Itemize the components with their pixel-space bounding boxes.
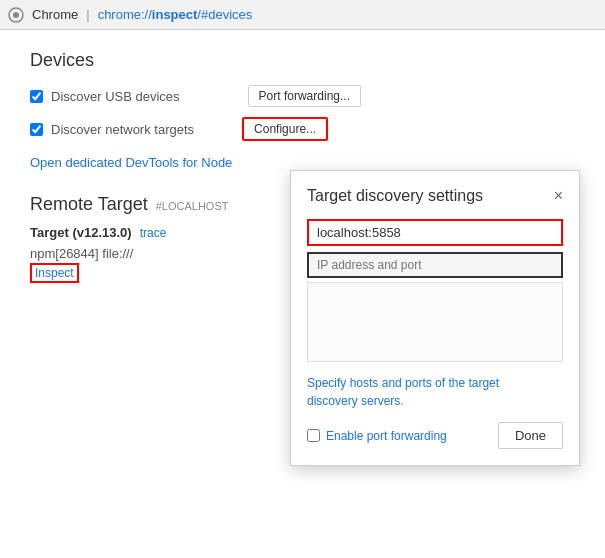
- inspect-link[interactable]: Inspect: [30, 263, 79, 283]
- url-prefix: chrome://: [98, 7, 152, 22]
- dialog-title: Target discovery settings: [307, 187, 483, 205]
- browser-bar: Chrome | chrome://inspect/#devices: [0, 0, 605, 30]
- npm-text: npm[26844] file:///: [30, 246, 133, 261]
- discover-network-row: Discover network targets Configure...: [30, 117, 575, 141]
- hosts-list-area: [307, 282, 563, 362]
- dialog-close-button[interactable]: ×: [554, 188, 563, 204]
- url-suffix: /#devices: [197, 7, 252, 22]
- discover-network-label: Discover network targets: [51, 122, 194, 137]
- url-divider: |: [86, 7, 89, 22]
- done-button[interactable]: Done: [498, 422, 563, 449]
- remote-target-title: Remote Target: [30, 194, 148, 215]
- target-trace-link[interactable]: trace: [140, 226, 167, 240]
- host-entry[interactable]: localhost:5858: [307, 219, 563, 246]
- page-wrapper: Devices Discover USB devices Port forwar…: [0, 30, 605, 300]
- browser-name: Chrome: [32, 7, 78, 22]
- discover-usb-label: Discover USB devices: [51, 89, 180, 104]
- target-discovery-dialog: Target discovery settings × localhost:58…: [290, 170, 580, 466]
- port-forwarding-button[interactable]: Port forwarding...: [248, 85, 361, 107]
- enable-port-forwarding-checkbox[interactable]: [307, 429, 320, 442]
- dialog-header: Target discovery settings ×: [307, 187, 563, 205]
- svg-point-1: [13, 12, 19, 18]
- port-forwarding-row: Enable port forwarding: [307, 429, 447, 443]
- url-inspect-part: inspect: [152, 7, 198, 22]
- dialog-footer: Enable port forwarding Done: [307, 422, 563, 449]
- browser-url: chrome://inspect/#devices: [98, 7, 253, 22]
- chrome-icon: [8, 7, 24, 23]
- target-name: Target (v12.13.0): [30, 225, 132, 240]
- port-forwarding-label[interactable]: Enable port forwarding: [326, 429, 447, 443]
- discover-network-checkbox[interactable]: [30, 123, 43, 136]
- ip-address-input[interactable]: [307, 252, 563, 278]
- devtools-link[interactable]: Open dedicated DevTools for Node: [30, 155, 232, 170]
- configure-button[interactable]: Configure...: [242, 117, 328, 141]
- specify-text: Specify hosts and ports of the target di…: [307, 374, 563, 410]
- discover-usb-checkbox[interactable]: [30, 90, 43, 103]
- discover-usb-row: Discover USB devices Port forwarding...: [30, 85, 575, 107]
- devices-title: Devices: [30, 50, 575, 71]
- localhost-badge: #LOCALHOST: [156, 200, 229, 212]
